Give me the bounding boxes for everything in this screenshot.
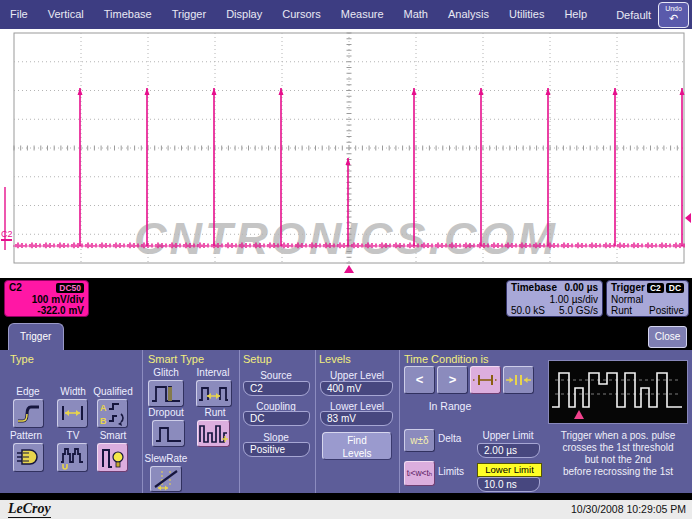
type-pattern-button[interactable] <box>13 443 44 472</box>
lower-level-field[interactable]: 83 mV <box>320 411 393 426</box>
trigger-type: Runt <box>611 305 632 317</box>
less-than-button[interactable]: < <box>404 366 435 394</box>
coupling-field[interactable]: DC <box>243 411 310 426</box>
tv-icon <box>58 444 87 471</box>
timebase-title: Timebase <box>511 282 557 294</box>
default-label: Default <box>616 9 651 21</box>
upper-limit-field[interactable]: 2.00 µs <box>477 443 540 458</box>
dialog-tab-strip <box>0 322 692 350</box>
section-divider <box>239 350 240 493</box>
menu-vertical[interactable]: Vertical <box>38 0 94 29</box>
smart-interval-button[interactable] <box>196 380 232 407</box>
trigger-description-line: crosses the 1st threshold <box>544 442 692 453</box>
scope-graticule-and-trace: C2 <box>0 29 692 278</box>
tab-trigger[interactable]: Trigger <box>8 323 64 350</box>
delta-button[interactable]: w±δ <box>404 429 435 452</box>
upper-level-field[interactable]: 400 mV <box>320 381 393 396</box>
menu-help[interactable]: Help <box>554 0 597 29</box>
coupling-badge: DC50 <box>56 283 84 293</box>
trigger-description-line: before recrossing the 1st <box>544 466 692 477</box>
trigger-description-line: Trigger when a pos. pulse <box>544 430 692 441</box>
trigger-mode: Normal <box>611 294 643 306</box>
range-selected-label: In Range <box>400 400 500 412</box>
type-qualified-button[interactable]: A B <box>97 399 128 428</box>
menu-bar: File Vertical Timebase Trigger Display C… <box>0 0 692 29</box>
section-divider <box>399 350 400 493</box>
limits-label: Limits <box>438 466 478 477</box>
smart-glitch-label: Glitch <box>146 367 186 378</box>
runt-icon <box>198 421 229 446</box>
type-smart-button[interactable] <box>97 443 128 472</box>
slope-field[interactable]: Positive <box>243 442 310 457</box>
smart-interval-label: Interval <box>190 367 236 378</box>
smart-type-section-title: Smart Type <box>148 353 204 365</box>
undo-arrow-icon: ↶ <box>669 13 678 24</box>
in-range-button[interactable] <box>470 366 501 394</box>
find-levels-label: Find Levels <box>336 434 378 460</box>
smart-dropout-button[interactable] <box>152 420 185 447</box>
in-range-icon <box>471 367 500 393</box>
undo-button[interactable]: Undo ↶ <box>658 2 689 28</box>
type-section-title: Type <box>10 353 34 365</box>
lecroy-logo: LeCroy <box>8 501 51 518</box>
menu-utilities[interactable]: Utilities <box>499 0 554 29</box>
setup-section-title: Setup <box>243 353 272 365</box>
type-edge-button[interactable] <box>13 399 44 428</box>
smart-icon <box>98 444 127 471</box>
trigger-source-badge: C2 <box>647 283 664 293</box>
trigger-slope: Positive <box>649 305 684 317</box>
menu-timebase[interactable]: Timebase <box>94 0 162 29</box>
menu-trigger[interactable]: Trigger <box>162 0 216 29</box>
time-condition-title: Time Condition is <box>404 353 489 365</box>
channel-scale: 100 mV/div <box>9 294 84 306</box>
channel-name: C2 <box>9 282 22 294</box>
type-width-button[interactable] <box>57 399 88 428</box>
pattern-icon <box>14 444 43 471</box>
upper-level-label: Upper Level <box>318 370 396 381</box>
type-edge-label: Edge <box>8 386 48 397</box>
runt-waveform-icon <box>549 361 687 423</box>
trigger-descriptor[interactable]: Trigger C2 DC Normal Runt Positive <box>606 280 689 317</box>
lower-limit-field[interactable]: 10.0 ns <box>477 477 540 492</box>
timebase-descriptor[interactable]: Timebase 0.00 µs 1.00 µs/div 50.0 kS 5.0… <box>506 280 603 317</box>
source-field[interactable]: C2 <box>243 381 310 396</box>
menu-analysis[interactable]: Analysis <box>438 0 499 29</box>
waveform-display[interactable]: CNTRONICS.COM C2 <box>0 29 692 278</box>
greater-than-button[interactable]: > <box>437 366 468 394</box>
svg-text:B: B <box>100 416 107 426</box>
status-bar: LeCroy 10/30/2008 10:29:05 PM <box>0 500 692 519</box>
menu-display[interactable]: Display <box>216 0 272 29</box>
menu-file[interactable]: File <box>0 0 38 29</box>
datetime-label: 10/30/2008 10:29:05 PM <box>571 503 686 515</box>
levels-section-title: Levels <box>319 353 351 365</box>
timebase-scale: 1.00 µs/div <box>511 294 598 306</box>
edge-icon <box>14 400 43 427</box>
type-pattern-label: Pattern <box>2 430 50 441</box>
timebase-rate: 5.0 GS/s <box>559 305 598 317</box>
section-divider <box>315 350 316 493</box>
out-of-range-icon <box>504 367 533 393</box>
oscilloscope-screen: File Vertical Timebase Trigger Display C… <box>0 0 692 519</box>
channel-offset: -322.0 mV <box>9 305 84 317</box>
menu-math[interactable]: Math <box>394 0 438 29</box>
slewrate-icon <box>151 467 181 491</box>
smart-runt-button[interactable] <box>197 420 230 447</box>
type-smart-label: Smart <box>88 430 138 441</box>
lower-limit-label: Lower Limit <box>477 463 542 477</box>
channel-c2-descriptor[interactable]: C2 DC50 100 mV/div -322.0 mV <box>4 280 89 317</box>
menu-cursors[interactable]: Cursors <box>272 0 331 29</box>
smart-slewrate-label: SlewRate <box>140 453 192 464</box>
timebase-samples: 50.0 kS <box>511 305 545 317</box>
type-tv-button[interactable] <box>57 443 88 472</box>
close-button[interactable]: Close <box>648 326 687 348</box>
menu-measure[interactable]: Measure <box>331 0 394 29</box>
smart-slewrate-button[interactable] <box>150 466 182 492</box>
out-of-range-button[interactable] <box>503 366 534 394</box>
qualified-icon: A B <box>98 400 127 427</box>
svg-text:A: A <box>100 403 107 413</box>
delta-label: Delta <box>438 433 478 444</box>
find-levels-button[interactable]: Find Levels <box>322 432 392 460</box>
svg-text:C2: C2 <box>1 229 13 239</box>
smart-glitch-button[interactable] <box>148 380 184 407</box>
limits-button[interactable]: tₗ<w<tₕ <box>404 461 435 486</box>
